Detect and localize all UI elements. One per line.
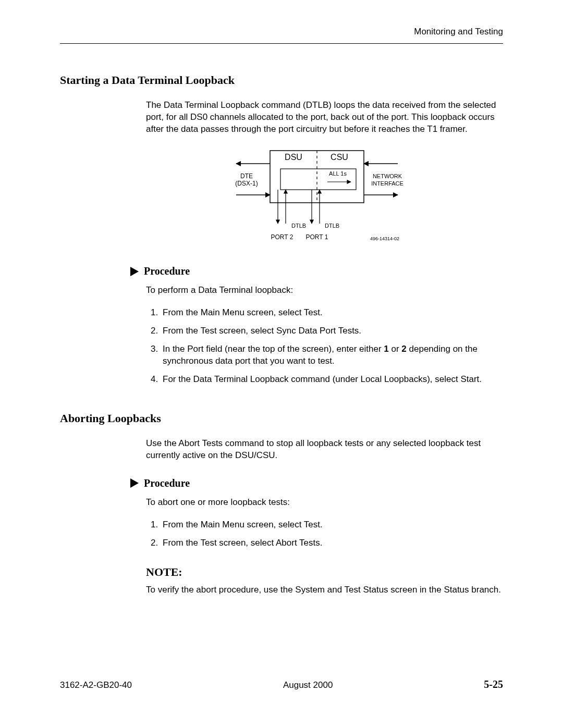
all1s-label: ALL 1s [329, 170, 347, 177]
heading-abort: Aborting Loopbacks [60, 411, 503, 426]
heading-dtlb: Starting a Data Terminal Loopback [60, 72, 503, 88]
step: For the Data Terminal Loopback command (… [161, 374, 503, 386]
procedure-intro-2: To abort one or more loopback tests: [146, 497, 503, 509]
procedure-intro-1: To perform a Data Terminal loopback: [146, 285, 503, 297]
triangle-icon [130, 267, 139, 276]
step: From the Main Menu screen, select Test. [161, 307, 503, 319]
note-text: To verify the abort procedure, use the S… [146, 584, 503, 596]
figure-number: 496-14314-02 [370, 236, 399, 241]
footer-page: 5-25 [484, 677, 503, 692]
triangle-icon [130, 478, 139, 488]
dsu-label: DSU [285, 153, 302, 162]
page-footer: 3162-A2-GB20-40 August 2000 5-25 [60, 677, 503, 692]
page-header: Monitoring and Testing [60, 26, 503, 44]
step: From the Main Menu screen, select Test. [161, 519, 503, 531]
port2-label: PORT 2 [271, 233, 293, 241]
footer-doc: 3162-A2-GB20-40 [60, 680, 132, 692]
intro-paragraph: The Data Terminal Loopback command (DTLB… [146, 100, 503, 135]
procedure-steps-2: From the Main Menu screen, select Test. … [161, 519, 503, 549]
section-name: Monitoring and Testing [414, 27, 503, 36]
net-label-1: NETWORK [372, 173, 402, 179]
csu-label: CSU [331, 153, 348, 162]
net-label-2: INTERFACE [371, 180, 403, 187]
abort-intro: Use the Abort Tests command to stop all … [146, 438, 503, 462]
dte-label-1: DTE [240, 172, 253, 180]
procedure-heading-1: Procedure [130, 264, 503, 278]
step: In the Port field (near the top of the s… [161, 343, 503, 367]
diagram-dtlb: DSU CSU ALL 1s DTE (DSX-1) NETWORK INTER… [146, 145, 503, 250]
footer-date: August 2000 [283, 680, 333, 692]
note-label: NOTE: [146, 564, 503, 580]
step: From the Test screen, select Abort Tests… [161, 537, 503, 549]
procedure-heading-2: Procedure [130, 476, 503, 490]
dtlb-label-2: DTLB [325, 223, 339, 229]
dtlb-label-1: DTLB [291, 223, 306, 229]
step: From the Test screen, select Sync Data P… [161, 325, 503, 337]
procedure-steps-1: From the Main Menu screen, select Test. … [161, 307, 503, 386]
procedure-label-1: Procedure [144, 264, 190, 278]
dte-label-2: (DSX-1) [235, 180, 258, 187]
port1-label: PORT 1 [305, 233, 328, 241]
procedure-label-2: Procedure [144, 476, 190, 490]
